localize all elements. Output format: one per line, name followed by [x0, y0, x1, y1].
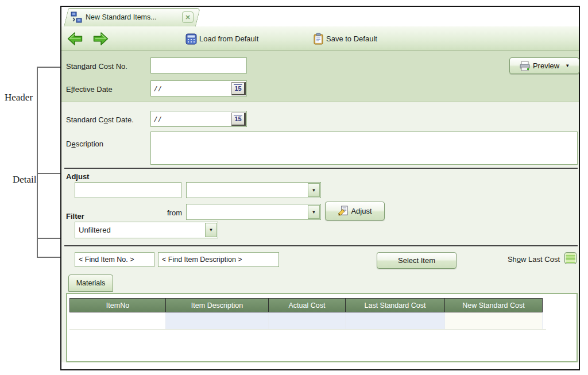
standard-items-icon [71, 11, 82, 23]
tab-materials[interactable]: Materials [68, 275, 113, 292]
save-to-default-label: Save to Default [326, 34, 377, 43]
new-standard-items-window: New Standard Items... ✕ [60, 6, 580, 370]
select-item-button[interactable]: Select Item [377, 252, 457, 269]
toolbar: Load from Default Save to Default [61, 26, 579, 51]
find-item-description-input[interactable] [158, 252, 279, 267]
standard-cost-no-label: Standard Cost No. [66, 62, 127, 71]
save-to-default-button[interactable]: Save to Default [313, 31, 377, 47]
adjust-group-title: Adjust [66, 172, 89, 181]
annotation-header-label: Header [5, 92, 33, 103]
cell-last-standard-cost[interactable] [346, 312, 445, 329]
forward-arrow-icon[interactable] [91, 31, 110, 47]
show-last-cost-checkbox[interactable] [564, 252, 577, 264]
column-header-new-standard-cost[interactable]: New Standard Cost [445, 298, 543, 312]
tab-title: New Standard Items... [86, 8, 157, 26]
load-from-default-label: Load from Default [199, 34, 258, 43]
adjust-button-label: Adjust [351, 207, 372, 215]
filter-combobox[interactable]: Unfiltered ▼ [75, 222, 218, 238]
find-item-no-input[interactable] [75, 252, 154, 267]
adjust-icon [338, 206, 349, 217]
back-arrow-icon[interactable] [66, 31, 84, 47]
standard-cost-no-input[interactable] [150, 57, 247, 74]
description-textarea[interactable] [150, 132, 578, 165]
annotation-tick-header-top [37, 67, 60, 68]
select-item-button-label: Select Item [398, 256, 435, 265]
annotation-bracket-spine [37, 67, 38, 258]
save-to-default-icon [313, 33, 324, 45]
bottom-strip [61, 362, 579, 369]
annotation-tick-detail-bottom [37, 238, 60, 239]
tab-strip: New Standard Items... ✕ [61, 7, 579, 26]
column-header-itemno[interactable]: ItemNo [69, 298, 166, 312]
standard-cost-date-picker-button[interactable]: 15 [231, 113, 246, 126]
annotation-detail-label: Detail [13, 174, 37, 185]
column-header-actual-cost[interactable]: Actual Cost [269, 298, 346, 312]
tab-new-standard-items[interactable]: New Standard Items... ✕ [64, 8, 196, 26]
preview-label: Preview [533, 61, 559, 70]
section-separator-find [64, 245, 578, 246]
filter-dropdown-icon[interactable]: ▼ [205, 223, 217, 237]
materials-table: ItemNo Item Description Actual Cost Last… [66, 293, 578, 362]
load-from-default-button[interactable]: Load from Default [185, 31, 258, 47]
from-combobox[interactable]: ▼ [186, 204, 321, 220]
from-label: from [148, 208, 182, 217]
preview-button[interactable]: Preview ▼ [509, 57, 579, 74]
load-from-default-icon [185, 33, 198, 45]
tab-close-icon[interactable]: ✕ [182, 11, 194, 23]
header-section [61, 51, 579, 102]
printer-icon [519, 61, 531, 71]
screen: Header Detail New Standard Items... [0, 0, 588, 375]
effective-date-field[interactable]: / / 15 [150, 80, 247, 96]
description-label: Description [66, 140, 103, 148]
filter-value: Unfiltered [75, 226, 204, 234]
preview-dropdown-icon: ▼ [565, 63, 570, 68]
adjust-type-dropdown-icon[interactable]: ▼ [308, 183, 320, 197]
effective-date-label: Effective Date [66, 85, 113, 94]
filter-group-title: Filter [66, 212, 84, 221]
column-header-item-description[interactable]: Item Description [166, 298, 269, 312]
column-header-last-standard-cost[interactable]: Last Standard Cost [346, 298, 445, 312]
annotation-tick-detail-top [37, 173, 60, 174]
standard-cost-date-value: / / [151, 115, 231, 123]
annotation-tick-end [37, 257, 60, 258]
effective-date-picker-button[interactable]: 15 [231, 82, 246, 95]
standard-cost-date-field[interactable]: / / 15 [150, 111, 247, 127]
section-separator-adjust [64, 168, 578, 169]
table-header-row: ItemNo Item Description Actual Cost Last… [69, 298, 543, 312]
cell-itemno[interactable] [69, 312, 166, 329]
materials-tab-label: Materials [76, 279, 106, 287]
adjust-type-combobox[interactable]: ▼ [186, 182, 321, 198]
table-row [69, 312, 546, 330]
adjust-amount-input[interactable] [75, 182, 181, 198]
from-dropdown-icon[interactable]: ▼ [308, 205, 320, 219]
cell-actual-cost[interactable] [269, 312, 346, 329]
standard-cost-date-label: Standard Cost Date. [66, 115, 134, 124]
show-last-cost-label: Show Last Cost [463, 255, 560, 264]
effective-date-value: / / [151, 84, 231, 93]
cell-item-description[interactable] [166, 312, 269, 329]
cell-new-standard-cost[interactable] [445, 312, 543, 329]
adjust-button[interactable]: Adjust [325, 202, 385, 221]
